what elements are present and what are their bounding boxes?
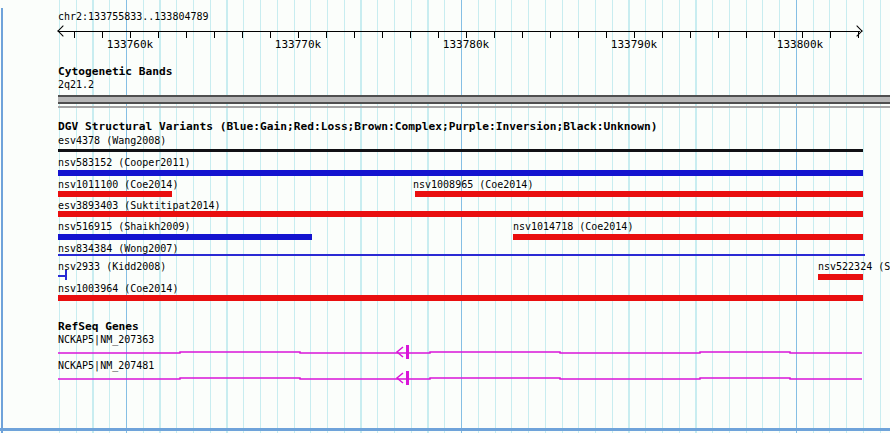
genome-browser-panel: chr2:133755833..133804789 133760k 133770… [0,0,890,433]
gene-track-nm207481[interactable] [0,370,890,386]
ruler-tick-label: 133780k [436,38,496,51]
gene-track-nm207363[interactable] [0,344,890,360]
variant-bar[interactable] [58,295,863,301]
variant-label: esv4378 (Wang2008) [58,135,166,147]
variant-bar[interactable] [513,234,863,240]
panel-bottom-edge [0,428,890,431]
variant-bar[interactable] [58,191,172,197]
variant-label: nsv1008965 (Coe2014) [413,179,533,191]
gene-exon-tick [406,371,409,385]
variant-bar[interactable] [58,170,863,176]
variant-label: nsv516915 (Shaikh2009) [58,221,190,233]
cytoband-bar[interactable] [58,95,890,104]
ruler-tick-label: 133760k [100,38,160,51]
gene-direction-chevron-icon [397,347,403,357]
variant-bar[interactable] [415,191,863,197]
variant-label: nsv2933 (Kidd2008) [58,261,166,273]
dgv-heading: DGV Structural Variants (Blue:Gain;Red:L… [58,120,657,133]
cytoband-subline [58,106,890,108]
variant-label: nsv522324 (Sh [818,261,890,273]
region-title: chr2:133755833..133804789 [58,11,209,23]
variant-label: nsv1014718 (Coe2014) [513,221,633,233]
variant-bar[interactable] [58,211,863,217]
variant-bar[interactable] [58,234,312,240]
variant-bar-end-tick[interactable] [65,270,67,280]
ruler-tick-label: 133790k [604,38,664,51]
variant-bar[interactable] [58,149,863,152]
variant-label: nsv583152 (Cooper2011) [58,157,190,169]
variant-label: nsv1011100 (Coe2014) [58,179,178,191]
gene-direction-chevron-icon [397,373,403,383]
gene-exon-tick [406,345,409,359]
ruler-tick-label: 133770k [268,38,328,51]
variant-label: nsv1003964 (Coe2014) [58,283,178,295]
variant-bar[interactable] [818,274,863,280]
refseq-heading: RefSeq Genes [58,320,139,333]
cytoband-label: 2q21.2 [58,79,94,91]
ruler-tick-label: 133800k [770,38,830,51]
variant-bar[interactable] [58,254,865,256]
cytobands-heading: Cytogenetic Bands [58,65,173,78]
